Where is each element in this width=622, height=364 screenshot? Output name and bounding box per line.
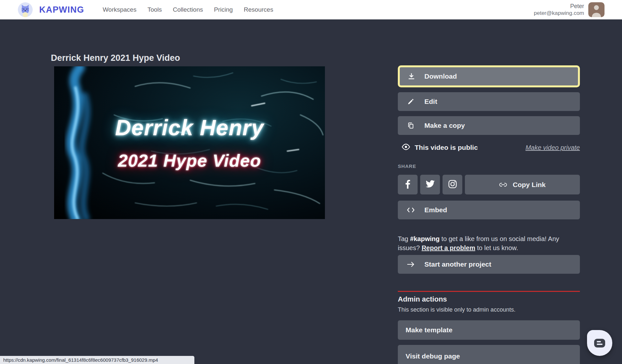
embed-button[interactable]: Embed — [398, 201, 580, 219]
thumbnail-art — [54, 66, 325, 219]
video-thumbnail[interactable]: Derrick Henry 2021 Hype Video — [54, 66, 325, 219]
report-problem-link[interactable]: Report a problem — [421, 244, 475, 251]
user-email: peter@kapwing.com — [534, 10, 584, 17]
copy-icon — [407, 122, 415, 129]
make-private-link[interactable]: Make video private — [525, 144, 580, 151]
eye-icon — [402, 144, 410, 151]
visit-debug-page-button[interactable]: Visit debug page — [398, 345, 580, 364]
download-label: Download — [424, 72, 457, 80]
user-name: Peter — [534, 3, 584, 10]
chat-launcher[interactable] — [587, 330, 612, 356]
user-avatar-icon — [588, 13, 605, 17]
admin-note: This section is visible only to admin ac… — [398, 306, 515, 313]
share-section-label: SHARE — [398, 163, 416, 169]
top-navbar: KAPWING Workspaces Tools Collections Pri… — [0, 0, 622, 19]
admin-heading: Admin actions — [398, 295, 447, 303]
copy-link-label: Copy Link — [513, 181, 546, 189]
share-instagram-button[interactable] — [443, 175, 462, 194]
user-info: Peter peter@kapwing.com — [534, 3, 584, 17]
make-template-button[interactable]: Make template — [398, 320, 580, 340]
visit-debug-label: Visit debug page — [406, 352, 460, 360]
share-note-text: to let us know. — [475, 244, 518, 251]
share-facebook-button[interactable] — [398, 175, 418, 194]
edit-button[interactable]: Edit — [398, 92, 580, 111]
make-copy-button[interactable]: Make a copy — [398, 116, 580, 135]
start-another-label: Start another project — [424, 260, 491, 268]
nav-link-pricing[interactable]: Pricing — [214, 6, 233, 13]
download-button[interactable]: Download — [398, 65, 580, 87]
make-copy-label: Make a copy — [424, 122, 465, 129]
pencil-icon — [407, 98, 415, 105]
visibility-status: This video is public — [415, 144, 478, 151]
avatar[interactable] — [588, 2, 605, 17]
share-twitter-button[interactable] — [420, 175, 440, 194]
nav-link-collections[interactable]: Collections — [173, 6, 203, 13]
kapwing-hashtag: #kapwing — [410, 235, 440, 242]
status-url-bar: https://cdn.kapwing.com/final_61314f8c6f… — [0, 356, 194, 364]
video-overlay-title: Derrick Henry — [54, 115, 325, 140]
edit-label: Edit — [424, 98, 437, 105]
embed-label: Embed — [424, 206, 447, 214]
share-note-text: Tag — [398, 235, 410, 242]
video-overlay-subtitle: 2021 Hype Video — [54, 150, 325, 171]
nav-link-workspaces[interactable]: Workspaces — [103, 6, 136, 13]
chat-bubble-icon — [594, 339, 605, 347]
admin-divider — [398, 291, 580, 292]
make-template-label: Make template — [406, 326, 453, 334]
main-nav: Workspaces Tools Collections Pricing Res… — [103, 0, 273, 19]
visibility-row: This video is public Make video private — [402, 143, 580, 152]
cat-logo-icon — [18, 13, 33, 17]
twitter-icon — [426, 180, 435, 189]
nav-link-resources[interactable]: Resources — [244, 6, 273, 13]
facebook-icon — [405, 180, 410, 190]
share-note: Tag #kapwing to get a like from us on so… — [398, 234, 580, 252]
kapwing-logo[interactable] — [18, 2, 33, 17]
user-menu[interactable]: Peter peter@kapwing.com — [534, 0, 605, 19]
link-icon — [499, 182, 507, 187]
code-icon — [407, 207, 415, 213]
nav-link-tools[interactable]: Tools — [147, 6, 162, 13]
page-title: Derrick Henry 2021 Hype Video — [51, 53, 180, 63]
kapwing-share-page: KAPWING Workspaces Tools Collections Pri… — [0, 0, 622, 364]
copy-link-button[interactable]: Copy Link — [465, 175, 580, 194]
brand-name[interactable]: KAPWING — [39, 5, 84, 15]
instagram-icon — [448, 180, 457, 190]
start-another-project-button[interactable]: Start another project — [398, 255, 580, 274]
download-icon — [408, 73, 415, 80]
arrow-right-icon — [407, 261, 415, 267]
